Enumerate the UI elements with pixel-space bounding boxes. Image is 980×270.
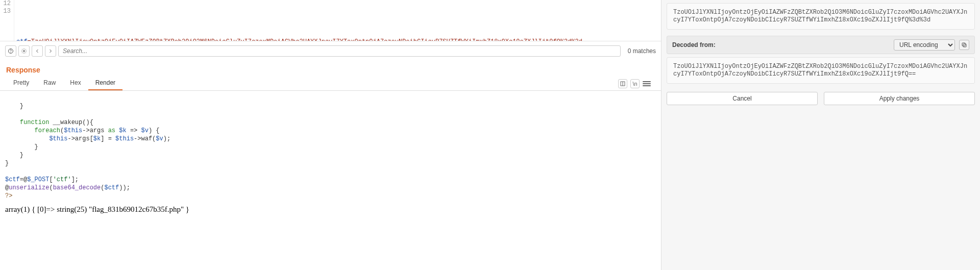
inspector-decoded-value[interactable]: TzoUOiJlYXNlIjoyOntzOjEyOiIAZWFzZQBtZXRo… — [667, 57, 975, 84]
tab-render[interactable]: Render — [88, 77, 122, 90]
view-toggle-icon[interactable] — [618, 79, 627, 88]
response-tabs: Pretty Raw Hex Render \n — [0, 74, 661, 91]
decoded-from-label: Decoded from: — [672, 41, 716, 48]
response-title: Response — [0, 61, 661, 74]
response-body[interactable]: } function __wakeup(){ foreach($this->ar… — [0, 91, 661, 270]
menu-icon[interactable] — [643, 81, 651, 86]
tab-pretty[interactable]: Pretty — [6, 77, 36, 90]
search-toolbar: 0 matches — [0, 41, 661, 61]
cancel-button[interactable]: Cancel — [667, 92, 818, 105]
request-content[interactable]: ctf=TzoUOiJlYXNlIjoyOntzOjEyOiIAZWFzZQBt… — [14, 0, 582, 41]
line-number: 12 — [0, 0, 11, 8]
tab-hex[interactable]: Hex — [63, 77, 88, 90]
inspector-encoded-value[interactable]: TzoUOiJlYXNlIjoyOntzOjEyOiIAZWFzZQBtZXRo… — [667, 3, 975, 30]
match-count: 0 matches — [623, 47, 656, 55]
inspector-panel: TzoUOiJlYXNlIjoyOntzOjEyOiIAZWFzZQBtZXRo… — [662, 0, 980, 270]
line-number-gutter: 12 13 — [0, 0, 14, 41]
apply-changes-button[interactable]: Apply changes — [824, 92, 975, 105]
inspector-decoded-header: Decoded from: URL encoding — [667, 36, 975, 54]
prev-match-icon[interactable] — [32, 45, 43, 57]
next-match-icon[interactable] — [45, 45, 56, 57]
tab-raw[interactable]: Raw — [36, 77, 63, 90]
svg-point-2 — [23, 51, 25, 52]
request-editor[interactable]: 12 13 ctf=TzoUOiJlYXNlIjoyOntzOjEyOiIAZW… — [0, 0, 661, 41]
svg-rect-6 — [962, 43, 965, 46]
svg-point-1 — [11, 52, 11, 53]
php-output: array(1) { [0]=> string(25) "flag_831b69… — [5, 205, 656, 213]
copy-icon[interactable] — [959, 40, 969, 50]
search-input[interactable] — [58, 45, 621, 57]
decoding-select[interactable]: URL encoding — [894, 39, 955, 51]
svg-rect-5 — [963, 44, 966, 47]
gear-icon[interactable] — [18, 45, 30, 57]
line-number: 13 — [0, 8, 11, 15]
help-icon[interactable] — [5, 45, 16, 57]
newline-icon[interactable]: \n — [630, 79, 640, 88]
